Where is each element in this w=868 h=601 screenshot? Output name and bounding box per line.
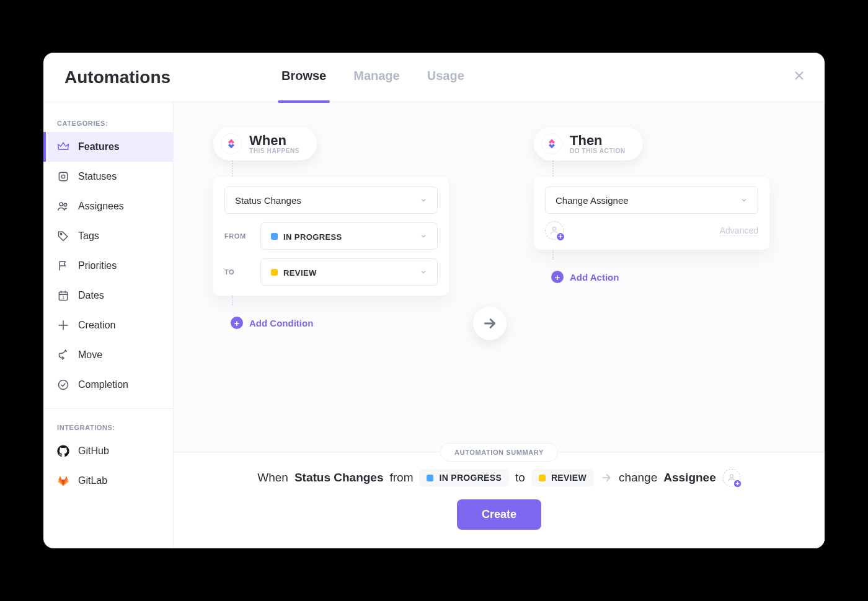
flow-arrow-icon — [473, 307, 507, 340]
plus-badge-icon: + — [733, 479, 742, 488]
sidebar-item-label: Statuses — [78, 171, 117, 182]
to-label: TO — [224, 268, 252, 276]
tabs: Browse Manage Usage — [281, 53, 464, 102]
to-status-select[interactable]: REVIEW — [260, 258, 438, 286]
chevron-down-icon — [740, 196, 748, 204]
modal-title: Automations — [64, 68, 281, 87]
chevron-down-icon — [420, 268, 427, 276]
tab-manage[interactable]: Manage — [353, 53, 399, 102]
connector-line — [232, 296, 233, 305]
sidebar-item-label: Features — [78, 141, 120, 152]
create-button[interactable]: Create — [457, 499, 541, 530]
categories-label: CATEGORIES: — [43, 113, 173, 132]
sidebar-item-label: Creation — [78, 320, 115, 331]
tag-icon — [57, 230, 69, 242]
automation-summary: AUTOMATION SUMMARY When Status Changes f… — [174, 452, 825, 548]
then-title: Then — [570, 133, 626, 147]
from-status-select[interactable]: IN PROGRESS — [260, 222, 438, 250]
flag-icon — [57, 260, 69, 272]
tab-browse[interactable]: Browse — [281, 53, 326, 102]
status-color-yellow — [271, 269, 278, 276]
sidebar-item-statuses[interactable]: Statuses — [43, 162, 173, 191]
clickup-logo-icon — [221, 133, 242, 154]
then-subtitle: DO THIS ACTION — [570, 147, 626, 154]
plus-icon — [57, 319, 69, 331]
when-subtitle: THIS HAPPENS — [249, 147, 299, 154]
trigger-select-label: Status Changes — [235, 195, 301, 206]
users-icon — [57, 200, 69, 213]
integrations-label: INTEGRATIONS: — [43, 418, 173, 436]
from-status-value: IN PROGRESS — [283, 232, 342, 242]
modal-header: Automations Browse Manage Usage — [43, 53, 825, 102]
add-assignee-button[interactable]: + — [545, 221, 564, 240]
sidebar-item-completion[interactable]: Completion — [43, 370, 173, 400]
sidebar-item-label: Assignees — [78, 201, 124, 212]
svg-point-7 — [59, 380, 68, 390]
action-card: Change Assignee + Advanced — [534, 177, 769, 250]
plus-badge-icon: + — [556, 232, 565, 242]
from-label: FROM — [224, 232, 252, 240]
then-pill: Then DO THIS ACTION — [534, 127, 643, 160]
status-color-blue — [271, 233, 278, 240]
sidebar-item-features[interactable]: Features — [43, 132, 173, 162]
crown-icon — [57, 141, 69, 153]
svg-text:1: 1 — [62, 295, 64, 299]
action-select-label: Change Assignee — [556, 195, 629, 206]
summary-to-chip: REVIEW — [531, 469, 594, 486]
check-circle-icon — [57, 379, 69, 391]
sidebar: CATEGORIES: Features Statuses Assignees — [43, 102, 174, 548]
sidebar-item-label: Completion — [78, 379, 128, 390]
trigger-card: Status Changes FROM IN PROGRESS — [213, 177, 449, 296]
then-column: Then DO THIS ACTION Change Assignee — [525, 127, 794, 283]
chevron-down-icon — [420, 232, 427, 240]
summary-from-chip: IN PROGRESS — [419, 469, 509, 486]
sidebar-item-github[interactable]: GitHub — [43, 436, 173, 466]
svg-point-8 — [552, 227, 556, 230]
advanced-link[interactable]: Advanced — [720, 226, 758, 236]
calendar-icon: 1 — [57, 289, 69, 302]
summary-from-word: from — [389, 471, 413, 485]
automations-modal: Automations Browse Manage Usage CATEGORI… — [43, 53, 825, 548]
summary-assignee-button[interactable]: + — [723, 469, 741, 487]
trigger-select[interactable]: Status Changes — [224, 186, 438, 214]
action-select[interactable]: Change Assignee — [545, 186, 758, 214]
sidebar-item-move[interactable]: Move — [43, 340, 173, 370]
summary-trigger: Status Changes — [294, 471, 384, 485]
sidebar-item-gitlab[interactable]: GitLab — [43, 466, 173, 496]
connector-line — [552, 160, 554, 177]
sidebar-item-dates[interactable]: 1 Dates — [43, 281, 173, 310]
when-title: When — [249, 133, 299, 147]
add-action-label: Add Action — [570, 272, 619, 283]
builder-area: When THIS HAPPENS Status Changes — [174, 102, 825, 548]
sidebar-item-label: Priorities — [78, 260, 117, 271]
tab-usage[interactable]: Usage — [427, 53, 464, 102]
svg-rect-0 — [59, 172, 67, 180]
arrow-right-icon — [600, 472, 613, 484]
share-icon — [57, 349, 69, 361]
add-condition-button[interactable]: + Add Condition — [231, 317, 313, 329]
github-icon — [57, 445, 69, 457]
to-status-value: REVIEW — [283, 268, 317, 278]
summary-action: Assignee — [663, 471, 715, 485]
add-action-button[interactable]: + Add Action — [551, 271, 619, 283]
sidebar-item-priorities[interactable]: Priorities — [43, 251, 173, 281]
connector-line — [552, 250, 554, 260]
summary-when-word: When — [257, 471, 288, 485]
svg-point-9 — [730, 475, 733, 478]
sidebar-item-creation[interactable]: Creation — [43, 310, 173, 340]
summary-sentence: When Status Changes from IN PROGRESS to … — [198, 468, 800, 487]
sidebar-item-assignees[interactable]: Assignees — [43, 191, 173, 221]
clickup-logo-icon — [541, 133, 562, 154]
sidebar-item-label: Dates — [78, 290, 104, 301]
svg-point-2 — [60, 203, 63, 206]
plus-circle-icon: + — [551, 271, 564, 283]
svg-point-4 — [61, 234, 62, 235]
sidebar-item-tags[interactable]: Tags — [43, 221, 173, 251]
connector-line — [232, 160, 233, 177]
plus-circle-icon: + — [231, 317, 243, 329]
summary-to-word: to — [515, 471, 525, 485]
add-condition-label: Add Condition — [249, 318, 313, 328]
close-icon[interactable] — [792, 69, 806, 82]
status-icon — [57, 170, 69, 183]
sidebar-item-label: Tags — [78, 230, 99, 242]
